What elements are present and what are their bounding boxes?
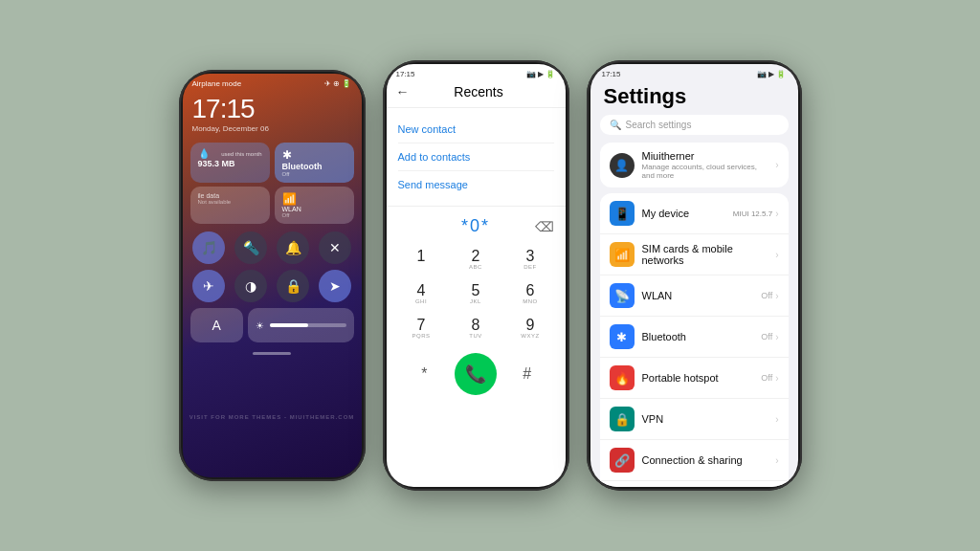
cc-status-bar: Airplane mode ✈ ⊕ 🔋 — [183, 74, 362, 90]
settings-item-sim[interactable]: 📶 SIM cards & mobile networks › — [600, 234, 789, 276]
data-value: 935.3 MB — [198, 159, 262, 168]
data-tile[interactable]: 💧 used this month 935.3 MB — [190, 143, 270, 183]
scan-btn[interactable]: ✕ — [319, 231, 351, 264]
hash-button[interactable]: # — [512, 365, 543, 383]
mobile-label: ile data — [198, 192, 262, 199]
account-content: Miuitherner Manage accounts, cloud servi… — [642, 150, 768, 180]
chevron-icon: › — [775, 291, 778, 301]
contrast-btn[interactable]: ◑ — [234, 270, 267, 302]
watermark: VISIT FOR MORE THEMES - MIUITHEMER.COM — [183, 414, 362, 420]
phone2-screen: 17:15 📷 ▶ 🔋 ← Recents New contact Add to… — [387, 64, 566, 487]
airplane-btn[interactable]: ✈ — [192, 270, 225, 302]
mydevice-right: MIUI 12.5.7 › — [733, 209, 779, 219]
chevron-icon: › — [775, 209, 778, 219]
key-8[interactable]: 8 TUV — [449, 313, 503, 345]
key-3[interactable]: 3 DEF — [503, 244, 558, 276]
flashlight-btn[interactable]: 🔦 — [234, 231, 267, 264]
key-4[interactable]: 4 GHI — [394, 278, 449, 311]
battery-icon: ✈ ⊕ 🔋 — [324, 79, 351, 88]
data-label: used this month — [221, 151, 261, 157]
music-btn[interactable]: 🎵 — [192, 231, 225, 264]
call-button[interactable]: 📞 — [455, 353, 497, 395]
settings-section-main: 📱 My device MIUI 12.5.7 › 📶 SIM cards & … — [600, 193, 789, 487]
cc-date: Monday, December 06 — [183, 124, 362, 139]
brightness-control[interactable]: ☀ — [248, 308, 354, 342]
mydevice-content: My device — [642, 208, 725, 219]
settings-item-wlan[interactable]: 📡 WLAN Off › — [600, 276, 789, 317]
settings-status-bar: 17:15 📷 ▶ 🔋 — [590, 64, 798, 80]
settings-time: 17:15 — [602, 70, 621, 78]
vpn-content: VPN — [642, 413, 768, 425]
settings-item-mydevice[interactable]: 📱 My device MIUI 12.5.7 › — [600, 193, 789, 234]
wlan-badge: Off — [761, 291, 772, 300]
bluetooth-tile[interactable]: ✱ Bluetooth Off — [275, 143, 354, 183]
hotspot-content: Portable hotspot — [642, 372, 754, 384]
location-btn[interactable]: ➤ — [319, 270, 351, 302]
key-5[interactable]: 5 JKL — [449, 278, 503, 311]
settings-section-account: 👤 Miuitherner Manage accounts, cloud ser… — [600, 143, 789, 187]
backspace-button[interactable]: ⌫ — [535, 219, 554, 234]
dialer-status-bar: 17:15 📷 ▶ 🔋 — [387, 64, 566, 80]
sim-content: SIM cards & mobile networks — [642, 243, 768, 266]
star-button[interactable]: * — [409, 365, 439, 383]
settings-item-vpn[interactable]: 🔒 VPN › — [600, 399, 789, 440]
connection-title: Connection & sharing — [642, 454, 768, 466]
phone-control-center: Airplane mode ✈ ⊕ 🔋 17:15 Monday, Decemb… — [179, 70, 366, 481]
hotspot-title: Portable hotspot — [642, 372, 754, 384]
settings-page-title: Settings — [590, 80, 798, 115]
settings-item-bluetooth[interactable]: ✱ Bluetooth Off › — [600, 317, 789, 358]
wlan-icon: 📡 — [610, 283, 635, 308]
vpn-title: VPN — [642, 413, 768, 425]
key-2[interactable]: 2 ABC — [449, 244, 503, 276]
home-bar[interactable] — [253, 352, 291, 355]
key-9[interactable]: 9 WXYZ — [503, 313, 558, 345]
key-7[interactable]: 7 PQRS — [394, 313, 449, 345]
new-contact-item[interactable]: New contact — [398, 116, 554, 143]
avatar: 👤 — [610, 153, 635, 178]
lock-btn[interactable]: 🔒 — [277, 270, 309, 302]
wlan-content: WLAN — [642, 290, 754, 301]
bt-sub: Off — [282, 171, 346, 177]
chevron-icon: › — [775, 373, 778, 384]
chevron-icon: › — [775, 250, 778, 260]
text-label: A — [212, 318, 220, 333]
cc-top-tiles: 💧 used this month 935.3 MB ✱ Bluetooth O… — [183, 139, 362, 187]
sun-icon: ☀ — [256, 320, 264, 331]
settings-list: 👤 Miuitherner Manage accounts, cloud ser… — [590, 143, 798, 487]
wlan-tile[interactable]: 📶 WLAN Off — [275, 187, 354, 224]
settings-search-bar[interactable]: 🔍 Search settings — [600, 115, 789, 135]
hotspot-right: Off › — [761, 373, 778, 384]
text-btn[interactable]: A — [190, 308, 243, 342]
sim-title: SIM cards & mobile networks — [642, 243, 768, 266]
account-title: Miuitherner — [642, 150, 768, 162]
settings-item-connection[interactable]: 🔗 Connection & sharing › — [600, 440, 789, 481]
key-6[interactable]: 6 MNO — [503, 278, 558, 311]
settings-item-hotspot[interactable]: 🔥 Portable hotspot Off › — [600, 358, 789, 399]
phone-dialer: 17:15 📷 ▶ 🔋 ← Recents New contact Add to… — [383, 60, 569, 491]
connection-content: Connection & sharing — [642, 454, 768, 466]
phone-settings: 17:15 📷 ▶ 🔋 Settings 🔍 Search settings 👤… — [587, 60, 802, 491]
sim-icon: 📶 — [610, 242, 635, 267]
back-button[interactable]: ← — [396, 84, 410, 99]
wlan-sub: Off — [282, 212, 346, 218]
wlan-right: Off › — [761, 291, 778, 301]
mobile-sub: Not available — [198, 199, 262, 205]
data-icon: 💧 — [198, 148, 210, 159]
search-icon: 🔍 — [610, 120, 621, 130]
cc-status-icons: ✈ ⊕ 🔋 — [324, 79, 351, 88]
send-message-item[interactable]: Send message — [398, 171, 554, 198]
bell-btn[interactable]: 🔔 — [277, 231, 309, 264]
add-to-contacts-item[interactable]: Add to contacts — [398, 143, 554, 171]
hotspot-badge: Off — [761, 373, 772, 383]
phone3-screen: 17:15 📷 ▶ 🔋 Settings 🔍 Search settings 👤… — [590, 64, 798, 487]
settings-item-wallpaper[interactable]: 🖼 Wallpaper & personalization › — [600, 481, 789, 487]
bluetooth-content: Bluetooth — [642, 331, 754, 342]
wlan-title: WLAN — [642, 290, 754, 301]
cc-bottom-row: A ☀ — [183, 304, 362, 346]
vpn-icon: 🔒 — [610, 407, 635, 431]
key-1[interactable]: 1 — [394, 244, 449, 276]
brightness-fill — [270, 323, 308, 327]
mobile-data-tile[interactable]: ile data Not available — [190, 187, 270, 224]
settings-item-account[interactable]: 👤 Miuitherner Manage accounts, cloud ser… — [600, 143, 789, 187]
settings-status-icons: 📷 ▶ 🔋 — [757, 70, 786, 78]
